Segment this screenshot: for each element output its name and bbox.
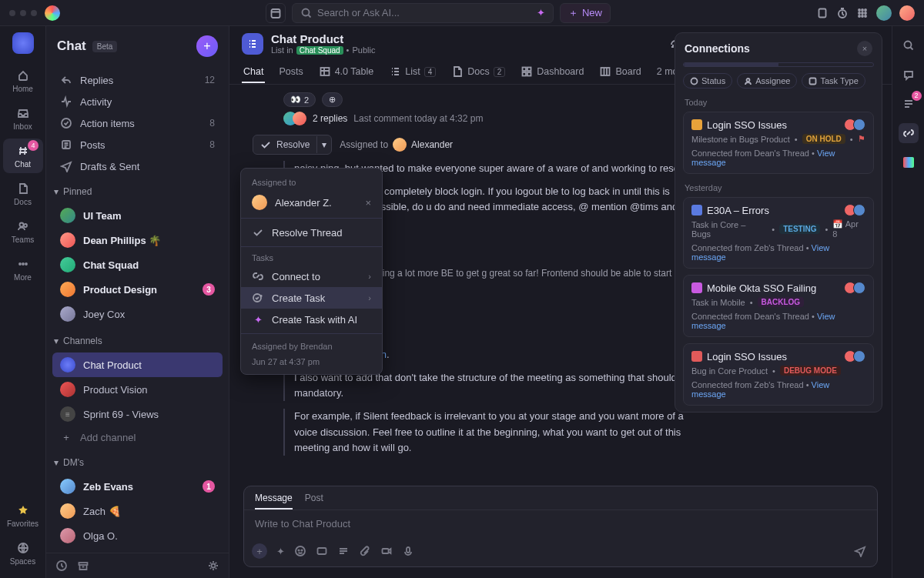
ai-icon[interactable]: ✦ — [276, 546, 285, 557]
group-dms[interactable]: ▾DM's — [46, 451, 229, 471]
chevron-down-icon[interactable]: ▾ — [316, 136, 331, 153]
connection-card[interactable]: Login SSO Issues Milestone in Bugs Produ… — [683, 112, 874, 174]
dm-item[interactable]: Zach 🍕 — [52, 499, 223, 523]
mic-icon[interactable] — [402, 545, 414, 557]
rrail-threads[interactable]: 2 — [899, 94, 919, 114]
new-button[interactable]: ＋New — [560, 3, 611, 23]
filter-status[interactable]: Status — [683, 73, 732, 89]
user-avatar[interactable] — [899, 5, 915, 21]
pinned-item[interactable]: Dean Phillips 🌴 — [52, 228, 223, 252]
pinned-item[interactable]: Product Design3 — [52, 277, 223, 302]
popover-assignee[interactable]: Alexander Z.× — [241, 190, 382, 215]
svg-point-4 — [859, 9, 860, 11]
svg-point-35 — [301, 550, 302, 550]
channel-item[interactable]: ≡Sprint 69 - Views — [52, 402, 223, 426]
win-dot[interactable] — [31, 10, 37, 16]
channel-item[interactable]: Chat Product — [52, 352, 223, 377]
composer-tab-message[interactable]: Message — [255, 493, 293, 510]
dashboard-icon — [521, 65, 533, 78]
rrail-connections[interactable] — [899, 123, 919, 143]
tab-posts[interactable]: Posts — [277, 62, 304, 83]
pinned-item[interactable]: Chat Squad — [52, 252, 223, 277]
apps-icon[interactable] — [856, 7, 869, 19]
reaction[interactable]: 👀2 — [283, 92, 316, 107]
calendar-button[interactable] — [266, 3, 286, 23]
tab-docs[interactable]: Docs2 — [450, 61, 507, 84]
card-title: E30A – Errors — [707, 205, 842, 216]
svg-point-40 — [747, 79, 750, 82]
globe-icon — [17, 542, 29, 554]
card-avatars — [847, 119, 865, 131]
nav-replies[interactable]: Replies12 — [52, 69, 223, 91]
connection-card[interactable]: E30A – Errors Task in Core – Bugs•TESTIN… — [683, 197, 874, 269]
tab-dashboard[interactable]: Dashboard — [519, 61, 585, 84]
pinned-item[interactable]: UI Team — [52, 203, 223, 228]
rail-inbox[interactable]: Inbox — [3, 101, 43, 135]
rail-teams[interactable]: Teams — [3, 214, 43, 249]
channel-item[interactable]: Product Vision — [52, 377, 223, 402]
dm-item[interactable]: Zeb Evans1 — [52, 474, 223, 499]
connection-card[interactable]: Mobile Okta SSO Failing Task in Mobile•B… — [683, 275, 874, 337]
tab-table[interactable]: 4.0 Table — [317, 61, 376, 84]
tab-board[interactable]: Board — [598, 61, 642, 84]
close-button[interactable]: × — [857, 41, 872, 56]
rrail-comments[interactable] — [899, 65, 919, 85]
close-icon[interactable]: × — [365, 197, 371, 209]
format-icon[interactable] — [337, 545, 350, 557]
composer-tab-post[interactable]: Post — [305, 493, 323, 510]
tab-list[interactable]: List4 — [387, 61, 437, 84]
history-icon[interactable] — [55, 560, 68, 572]
send-button[interactable] — [851, 542, 869, 560]
panel-tab-references[interactable]: References — [778, 63, 873, 67]
add-reaction[interactable]: ⊕ — [322, 92, 343, 107]
timer-icon[interactable] — [836, 7, 849, 19]
mention-link[interactable]: @tims — [630, 201, 658, 212]
attachment-icon[interactable] — [359, 545, 371, 557]
popover-create-task-ai[interactable]: ✦Create Task with AI — [241, 309, 382, 330]
space-chip[interactable]: Chat Squad — [296, 46, 343, 55]
nav-drafts[interactable]: Drafts & Sent — [52, 155, 223, 177]
rail-home[interactable]: Home — [3, 63, 43, 98]
rrail-search[interactable] — [899, 35, 919, 55]
panel-tab-tasks[interactable]: Tasks — [684, 63, 778, 67]
plus-icon[interactable]: + — [252, 543, 267, 559]
archive-icon[interactable] — [77, 560, 89, 572]
new-chat-button[interactable]: + — [196, 35, 218, 57]
popover-connect[interactable]: Connect to› — [241, 266, 382, 287]
gif-icon[interactable] — [316, 545, 328, 557]
composer-input[interactable]: Write to Chat Product — [244, 510, 877, 537]
popover-create-task[interactable]: Create Task› — [241, 287, 382, 309]
nav-activity[interactable]: Activity — [52, 91, 223, 112]
rrail-apps[interactable] — [899, 152, 919, 172]
workspace-logo-icon[interactable] — [12, 32, 34, 54]
rail-favorites[interactable]: Favorites — [3, 498, 43, 533]
svg-rect-31 — [601, 68, 610, 75]
nav-action-items[interactable]: Action items8 — [52, 112, 223, 134]
search-input[interactable]: Search or Ask AI... ✦ — [292, 3, 554, 23]
win-dot[interactable] — [9, 10, 15, 16]
group-pinned[interactable]: ▾Pinned — [46, 180, 229, 200]
rail-docs[interactable]: Docs — [3, 176, 43, 211]
user-avatar[interactable] — [876, 5, 892, 21]
emoji-icon[interactable] — [294, 545, 306, 557]
message-quote: I also want to add that don't take the s… — [283, 370, 699, 401]
video-icon[interactable] — [380, 545, 393, 557]
settings-icon[interactable] — [207, 560, 219, 572]
pinned-item[interactable]: Joey Cox — [52, 302, 223, 326]
add-channel-button[interactable]: +Add channel — [52, 426, 223, 448]
group-channels[interactable]: ▾Channels — [46, 329, 229, 349]
filter-task-type[interactable]: Task Type — [802, 73, 865, 89]
rail-chat[interactable]: Chat4 — [3, 139, 43, 173]
nav-posts[interactable]: Posts8 — [52, 134, 223, 155]
win-dot[interactable] — [20, 10, 26, 16]
rail-spaces[interactable]: Spaces — [3, 536, 43, 570]
popover-resolve[interactable]: Resolve Thread — [241, 222, 382, 243]
connection-card[interactable]: Login SSO Issues Bug in Core Product•DEB… — [683, 343, 874, 406]
resolve-button[interactable]: Resolve ▾ — [253, 135, 332, 155]
clipboard-icon[interactable] — [816, 7, 829, 19]
filter-assignee[interactable]: Assignee — [737, 73, 797, 89]
rail-more[interactable]: More — [3, 252, 43, 286]
tab-chat[interactable]: Chat — [242, 62, 265, 83]
left-rail: Home Inbox Chat4 Docs Teams More Favorit… — [0, 26, 46, 578]
dm-item[interactable]: Olga O. — [52, 523, 223, 548]
